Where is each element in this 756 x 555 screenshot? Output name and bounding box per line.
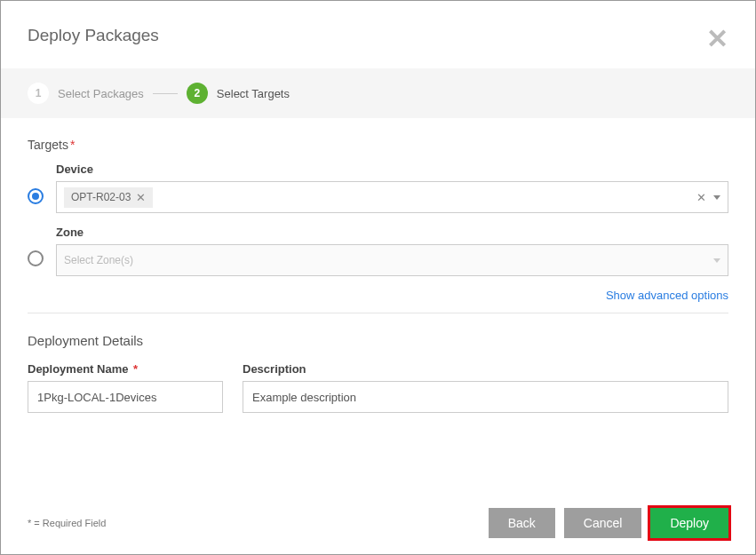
- description-input[interactable]: [243, 381, 728, 413]
- description-label: Description: [243, 362, 728, 376]
- zone-dropdown-icon: [713, 258, 720, 263]
- close-icon[interactable]: ✕: [706, 26, 728, 52]
- device-dropdown-icon[interactable]: [713, 195, 720, 200]
- device-label: Device: [56, 163, 728, 176]
- step-indicator: 1 Select Packages 2 Select Targets: [1, 68, 755, 118]
- show-advanced-link[interactable]: Show advanced options: [28, 289, 728, 302]
- device-tag: OPT-R02-03 ✕: [64, 187, 153, 208]
- device-radio[interactable]: [28, 188, 44, 204]
- step-1-number: 1: [28, 83, 49, 104]
- targets-heading: Targets*: [28, 138, 728, 152]
- back-button[interactable]: Back: [489, 508, 555, 538]
- dialog-title: Deploy Packages: [28, 26, 159, 45]
- device-clear-icon[interactable]: ✕: [696, 191, 706, 204]
- zone-label: Zone: [56, 226, 728, 239]
- deployment-name-input[interactable]: [28, 381, 223, 413]
- required-field-note: * = Required Field: [28, 518, 106, 528]
- cancel-button[interactable]: Cancel: [564, 508, 642, 538]
- zone-select[interactable]: Select Zone(s): [56, 244, 728, 276]
- device-select[interactable]: OPT-R02-03 ✕ ✕: [56, 181, 728, 213]
- step-1-label: Select Packages: [58, 87, 144, 100]
- deployment-name-label: Deployment Name *: [28, 362, 223, 376]
- deployment-details-heading: Deployment Details: [28, 333, 728, 348]
- zone-radio[interactable]: [28, 250, 44, 266]
- divider: [28, 313, 728, 313]
- step-divider: [153, 93, 178, 94]
- deploy-button[interactable]: Deploy: [650, 508, 728, 538]
- step-2-number: 2: [187, 83, 208, 104]
- step-2-label: Select Targets: [217, 87, 290, 100]
- zone-placeholder: Select Zone(s): [64, 254, 133, 266]
- device-tag-remove-icon[interactable]: ✕: [136, 191, 146, 204]
